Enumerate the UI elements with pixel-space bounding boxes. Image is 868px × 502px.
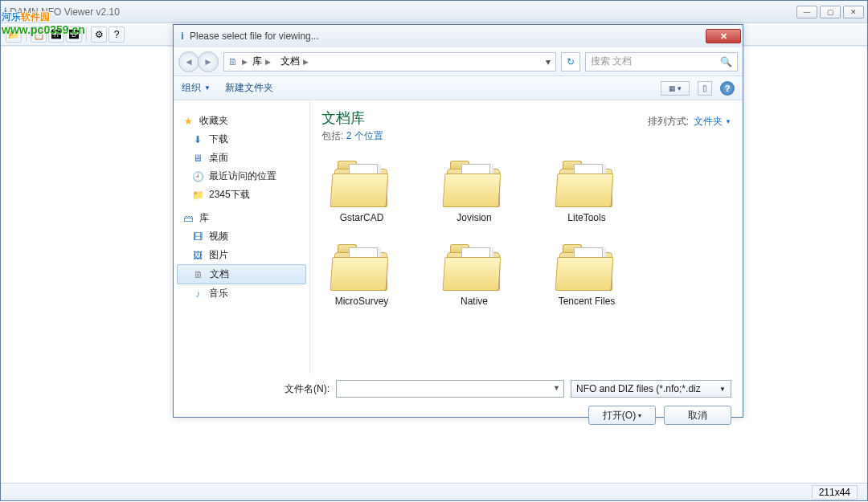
view-mode-button[interactable]: ▦ ▾ — [661, 81, 690, 96]
folder-icon: 📁 — [191, 189, 204, 202]
folder-item[interactable]: GstarCAD — [321, 157, 402, 223]
main-title: DAMN NFO Viewer v2.10 — [10, 6, 796, 18]
sort-dropdown[interactable]: 排列方式: 文件夹▼ — [648, 108, 731, 129]
help-icon[interactable]: ? — [108, 27, 125, 43]
new-folder-button[interactable]: 新建文件夹 — [225, 81, 273, 95]
folder-icon — [444, 157, 505, 207]
music-icon: ♪ — [191, 288, 204, 300]
sidebar-2345dl[interactable]: 📁2345下载 — [174, 186, 309, 204]
app-icon: i — [4, 6, 6, 18]
open-button[interactable]: 打开(O)▾ — [588, 406, 656, 425]
forward-button[interactable]: ► — [198, 51, 219, 72]
folder-label: Jovision — [434, 212, 514, 223]
filetype-filter[interactable]: NFO and DIZ files (*.nfo;*.diz▼ — [571, 380, 731, 398]
sidebar-recent[interactable]: 🕘最近访问的位置 — [174, 167, 309, 186]
breadcrumb[interactable]: 🗎 ▶ 库▶ 文档▶ ▾ — [223, 52, 556, 71]
folder-label: GstarCAD — [321, 212, 402, 223]
dialog-body: ★收藏夹 ⬇下载 🖥桌面 🕘最近访问的位置 📁2345下载 🗃库 🎞视频 🖼图片… — [174, 100, 743, 373]
sidebar-desktop[interactable]: 🖥桌面 — [174, 149, 309, 167]
folder-icon — [331, 241, 392, 291]
folder-item[interactable]: MicroSurvey — [321, 241, 402, 307]
separator — [26, 27, 27, 42]
close-button[interactable]: ✕ — [843, 6, 864, 18]
chevron-right-icon[interactable]: ▶ — [242, 58, 248, 66]
dialog-title: Please select file for viewing... — [190, 31, 706, 42]
navigation-row: ◄ ► 🗎 ▶ 库▶ 文档▶ ▾ ↻ 搜索 文档 🔍 — [174, 47, 743, 76]
folder-item[interactable]: Jovision — [434, 157, 514, 223]
folder-label: MicroSurvey — [321, 296, 402, 307]
folder-label: Tencent Files — [547, 296, 627, 307]
search-input[interactable]: 搜索 文档 🔍 — [585, 52, 738, 71]
folder-item[interactable]: Tencent Files — [547, 241, 627, 307]
star-icon: ★ — [182, 115, 194, 128]
tool-icon[interactable]: 🅰 — [48, 27, 64, 43]
sidebar: ★收藏夹 ⬇下载 🖥桌面 🕘最近访问的位置 📁2345下载 🗃库 🎞视频 🖼图片… — [174, 100, 310, 373]
folder-icon — [556, 241, 617, 291]
cancel-button[interactable]: 取消 — [664, 406, 731, 425]
download-icon: ⬇ — [191, 133, 204, 146]
copy-icon[interactable]: 📋 — [31, 27, 47, 43]
sidebar-music[interactable]: ♪音乐 — [174, 284, 309, 303]
dialog-titlebar[interactable]: i Please select file for viewing... ✕ — [174, 25, 743, 47]
preview-pane-button[interactable]: ▯ — [698, 81, 712, 96]
dialog-footer: 文件名(N): ▼ NFO and DIZ files (*.nfo;*.diz… — [174, 373, 743, 436]
dialog-icon: i — [175, 31, 190, 42]
minimize-button[interactable]: — — [796, 6, 817, 18]
recent-icon: 🕘 — [191, 170, 204, 183]
sidebar-downloads[interactable]: ⬇下载 — [174, 130, 309, 149]
status-size: 211x44 — [812, 485, 858, 500]
organize-menu[interactable]: 组织▼ — [182, 81, 211, 95]
sidebar-video[interactable]: 🎞视频 — [174, 227, 309, 246]
library-title: 文档库 — [321, 108, 383, 128]
folder-label: LiteTools — [547, 212, 627, 223]
library-subtitle: 包括: 2 个位置 — [321, 129, 383, 143]
breadcrumb-library[interactable]: 库▶ — [248, 53, 276, 71]
pictures-icon: 🖼 — [191, 249, 204, 262]
sidebar-pictures[interactable]: 🖼图片 — [174, 246, 309, 264]
folder-icon — [444, 241, 505, 291]
search-placeholder: 搜索 文档 — [591, 55, 632, 68]
library-icon: 🗃 — [182, 212, 194, 225]
settings-icon[interactable]: ⚙ — [91, 27, 107, 43]
dialog-close-button[interactable]: ✕ — [706, 29, 741, 43]
folder-label: Native — [434, 296, 514, 307]
document-icon: 🗎 — [192, 268, 205, 281]
sidebar-favorites[interactable]: ★收藏夹 — [174, 112, 309, 130]
open-icon[interactable]: 📂 — [6, 27, 22, 43]
separator — [86, 27, 87, 42]
filename-input[interactable]: ▼ — [336, 380, 564, 398]
status-bar: 211x44 — [1, 483, 867, 500]
chevron-down-icon[interactable]: ▼ — [553, 384, 560, 392]
window-controls: — ▢ ✕ — [796, 6, 864, 18]
folder-item[interactable]: Native — [434, 241, 514, 307]
sidebar-library[interactable]: 🗃库 — [174, 209, 309, 227]
folder-item[interactable]: LiteTools — [547, 157, 627, 223]
dialog-toolbar: 组织▼ 新建文件夹 ▦ ▾ ▯ ? — [174, 76, 743, 100]
refresh-button[interactable]: ↻ — [561, 52, 580, 71]
maximize-button[interactable]: ▢ — [820, 6, 841, 18]
breadcrumb-documents[interactable]: 文档▶ — [276, 53, 313, 71]
file-open-dialog: i Please select file for viewing... ✕ ◄ … — [173, 24, 743, 418]
help-button[interactable]: ? — [720, 81, 735, 96]
breadcrumb-dropdown[interactable]: ▾ — [541, 56, 555, 67]
location-icon: 🗎 — [224, 56, 242, 67]
video-icon: 🎞 — [191, 231, 204, 243]
file-list[interactable]: 文档库 包括: 2 个位置 排列方式: 文件夹▼ GstarCADJovisio… — [310, 100, 743, 373]
back-button[interactable]: ◄ — [178, 51, 199, 72]
main-titlebar[interactable]: i DAMN NFO Viewer v2.10 — ▢ ✕ — [1, 1, 867, 23]
desktop-icon: 🖥 — [191, 152, 204, 165]
folder-icon — [331, 157, 392, 207]
search-icon[interactable]: 🔍 — [720, 56, 732, 67]
filename-label: 文件名(N): — [185, 382, 330, 396]
tool2-icon[interactable]: 🅱 — [66, 27, 82, 43]
sidebar-documents[interactable]: 🗎文档 — [177, 264, 306, 284]
folder-icon — [556, 157, 617, 207]
